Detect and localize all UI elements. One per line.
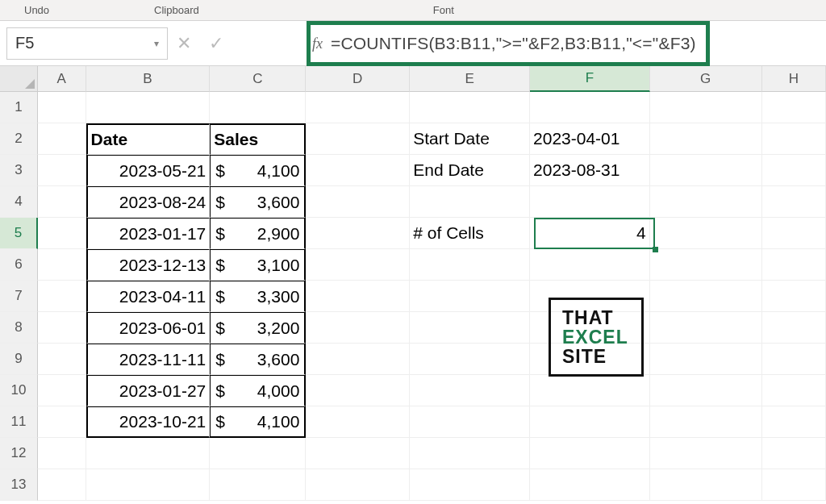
cell-F2[interactable]: 2023-04-01 xyxy=(530,123,650,155)
cell-B2[interactable]: Date xyxy=(86,123,211,155)
row-header-1[interactable]: 1 xyxy=(0,92,38,123)
cell-C4[interactable]: $3,600 xyxy=(210,186,306,218)
cell-A8[interactable] xyxy=(38,312,86,344)
cell-A5[interactable] xyxy=(38,218,86,249)
cell-A2[interactable] xyxy=(38,123,86,155)
cell-A9[interactable] xyxy=(38,344,86,375)
cell-D11[interactable] xyxy=(306,406,410,438)
cell-H2[interactable] xyxy=(762,123,826,155)
cell-G6[interactable] xyxy=(650,249,762,281)
cell-G9[interactable] xyxy=(650,344,762,375)
row-header-11[interactable]: 11 xyxy=(0,406,38,438)
cell-D6[interactable] xyxy=(306,249,410,281)
cell-A12[interactable] xyxy=(38,438,86,469)
cell-D13[interactable] xyxy=(306,469,410,501)
formula-enter-icon[interactable]: ✓ xyxy=(200,33,232,54)
cell-G5[interactable] xyxy=(650,218,762,249)
cell-A7[interactable] xyxy=(38,281,86,312)
cell-E6[interactable] xyxy=(410,249,530,281)
col-header-A[interactable]: A xyxy=(38,66,86,92)
cell-A1[interactable] xyxy=(38,92,86,123)
cell-E9[interactable] xyxy=(410,344,530,375)
chevron-down-icon[interactable]: ▾ xyxy=(154,38,159,49)
cell-D3[interactable] xyxy=(306,155,410,186)
cell-G8[interactable] xyxy=(650,312,762,344)
cell-C5[interactable]: $2,900 xyxy=(210,218,306,249)
column-headers[interactable]: A B C D E F G H xyxy=(38,66,826,92)
cell-E10[interactable] xyxy=(410,375,530,406)
cell-B13[interactable] xyxy=(86,469,211,501)
cell-E4[interactable] xyxy=(410,186,530,218)
cell-F4[interactable] xyxy=(530,186,650,218)
row-headers[interactable]: 12345678910111213 xyxy=(0,92,38,501)
cell-C6[interactable]: $3,100 xyxy=(210,249,306,281)
cell-B12[interactable] xyxy=(86,438,211,469)
cell-G3[interactable] xyxy=(650,155,762,186)
cell-H8[interactable] xyxy=(762,312,826,344)
row-header-12[interactable]: 12 xyxy=(0,438,38,469)
col-header-G[interactable]: G xyxy=(650,66,762,92)
cell-G13[interactable] xyxy=(650,469,762,501)
row-header-9[interactable]: 9 xyxy=(0,344,38,375)
cell-C11[interactable]: $4,100 xyxy=(210,406,306,438)
cell-A6[interactable] xyxy=(38,249,86,281)
cell-H7[interactable] xyxy=(762,281,826,312)
cell-D12[interactable] xyxy=(306,438,410,469)
cell-F12[interactable] xyxy=(530,438,650,469)
cell-D1[interactable] xyxy=(306,92,410,123)
cell-F10[interactable] xyxy=(530,375,650,406)
cell-B4[interactable]: 2023-08-24 xyxy=(86,186,211,218)
row-header-7[interactable]: 7 xyxy=(0,281,38,312)
cell-B9[interactable]: 2023-11-11 xyxy=(86,344,211,375)
cell-G7[interactable] xyxy=(650,281,762,312)
cell-F3[interactable]: 2023-08-31 xyxy=(530,155,650,186)
cell-B3[interactable]: 2023-05-21 xyxy=(86,155,211,186)
cell-A11[interactable] xyxy=(38,406,86,438)
cell-C12[interactable] xyxy=(210,438,306,469)
cell-B6[interactable]: 2023-12-13 xyxy=(86,249,211,281)
cell-F11[interactable] xyxy=(530,406,650,438)
row-header-3[interactable]: 3 xyxy=(0,155,38,186)
cell-D9[interactable] xyxy=(306,344,410,375)
row-header-2[interactable]: 2 xyxy=(0,123,38,155)
col-header-F[interactable]: F xyxy=(530,66,650,92)
cell-G2[interactable] xyxy=(650,123,762,155)
cell-B11[interactable]: 2023-10-21 xyxy=(86,406,211,438)
cell-C2[interactable]: Sales xyxy=(210,123,306,155)
cell-E7[interactable] xyxy=(410,281,530,312)
cell-H11[interactable] xyxy=(762,406,826,438)
cell-B10[interactable]: 2023-01-27 xyxy=(86,375,211,406)
cell-D8[interactable] xyxy=(306,312,410,344)
cell-B8[interactable]: 2023-06-01 xyxy=(86,312,211,344)
cell-G10[interactable] xyxy=(650,375,762,406)
cell-D2[interactable] xyxy=(306,123,410,155)
cell-C3[interactable]: $4,100 xyxy=(210,155,306,186)
col-header-E[interactable]: E xyxy=(410,66,530,92)
cell-C7[interactable]: $3,300 xyxy=(210,281,306,312)
name-box[interactable]: F5 ▾ xyxy=(6,27,168,60)
cell-A4[interactable] xyxy=(38,186,86,218)
formula-bar-input[interactable]: =COUNTIFS(B3:B11,">="&F2,B3:B11,"<="&F3) xyxy=(331,34,703,53)
row-header-4[interactable]: 4 xyxy=(0,186,38,218)
cell-H1[interactable] xyxy=(762,92,826,123)
cell-C10[interactable]: $4,000 xyxy=(210,375,306,406)
cell-C9[interactable]: $3,600 xyxy=(210,344,306,375)
cell-G1[interactable] xyxy=(650,92,762,123)
cell-E13[interactable] xyxy=(410,469,530,501)
cell-B7[interactable]: 2023-04-11 xyxy=(86,281,211,312)
row-header-8[interactable]: 8 xyxy=(0,312,38,344)
cell-H3[interactable] xyxy=(762,155,826,186)
col-header-B[interactable]: B xyxy=(86,66,211,92)
cell-F6[interactable] xyxy=(530,249,650,281)
cell-D4[interactable] xyxy=(306,186,410,218)
cell-C8[interactable]: $3,200 xyxy=(210,312,306,344)
cell-H13[interactable] xyxy=(762,469,826,501)
col-header-H[interactable]: H xyxy=(762,66,826,92)
cell-H12[interactable] xyxy=(762,438,826,469)
cell-E2[interactable]: Start Date xyxy=(410,123,530,155)
cell-H10[interactable] xyxy=(762,375,826,406)
cell-E5[interactable]: # of Cells xyxy=(410,218,530,249)
cell-F5[interactable]: 4 xyxy=(530,218,650,249)
col-header-D[interactable]: D xyxy=(306,66,410,92)
row-header-5[interactable]: 5 xyxy=(0,218,38,249)
